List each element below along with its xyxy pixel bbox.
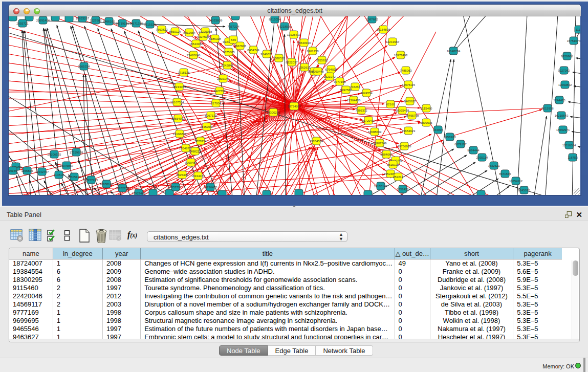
svg-text:10025438: 10025438 [396,109,409,112]
svg-text:26495798: 26495798 [405,114,419,117]
svg-text:1621072: 1621072 [323,75,336,78]
svg-text:7625402: 7625402 [176,173,188,177]
svg-text:1615132: 1615132 [387,163,399,166]
svg-text:15692971: 15692971 [556,128,570,132]
svg-text:8215958: 8215958 [541,107,554,110]
svg-text:8454749: 8454749 [247,49,259,52]
svg-text:14136141: 14136141 [374,185,388,188]
svg-text:11353594: 11353594 [200,125,214,128]
svg-text:8958923: 8958923 [444,136,456,139]
svg-text:116753: 116753 [568,156,578,159]
svg-text:13325419: 13325419 [287,33,301,36]
svg-text:164095: 164095 [433,128,444,132]
svg-text:252214: 252214 [393,176,404,179]
svg-text:6899695: 6899695 [420,121,432,124]
svg-text:3624554: 3624554 [360,92,373,95]
svg-text:16033809: 16033809 [209,19,223,22]
svg-text:10654112: 10654112 [509,180,523,183]
svg-text:9474444: 9474444 [467,149,480,152]
svg-text:6879197: 6879197 [454,143,467,146]
svg-text:10688609: 10688609 [368,130,382,134]
svg-text:7632621: 7632621 [488,164,500,167]
svg-text:12093832: 12093832 [558,83,572,86]
svg-text:16671355: 16671355 [129,22,143,25]
svg-text:1588520: 1588520 [273,57,285,60]
svg-text:746266: 746266 [350,85,361,89]
svg-text:9084067: 9084067 [380,153,393,156]
svg-text:16782759: 16782759 [116,187,129,190]
svg-text:1527602: 1527602 [90,19,102,22]
svg-text:7663822: 7663822 [156,28,168,31]
svg-text:16543382: 16543382 [189,42,203,46]
svg-text:9463627: 9463627 [404,100,416,103]
svg-text:21364436: 21364436 [347,99,361,102]
svg-text:6466160: 6466160 [103,20,115,23]
svg-text:18724007: 18724007 [288,105,301,108]
svg-text:2935114: 2935114 [476,156,489,159]
svg-text:18300295: 18300295 [267,111,280,114]
svg-text:2718126: 2718126 [178,71,190,74]
svg-text:9857721: 9857721 [169,186,182,189]
svg-text:19218506: 19218506 [278,25,292,28]
svg-text:8186328: 8186328 [209,37,221,40]
svg-text:19654932: 19654932 [171,117,185,120]
svg-text:8471676: 8471676 [499,172,511,176]
svg-text:9227342: 9227342 [558,69,570,72]
svg-text:2803144: 2803144 [217,77,229,80]
svg-text:12923448: 12923448 [132,192,146,195]
svg-text:9242848: 9242848 [221,64,233,67]
svg-text:23420046: 23420046 [187,54,201,57]
svg-text:15751074: 15751074 [567,39,580,42]
svg-text:12505135: 12505135 [68,176,81,179]
svg-text:10975867: 10975867 [60,164,74,167]
svg-text:16914479: 16914479 [191,174,205,178]
svg-text:19756928: 19756928 [398,145,411,148]
svg-text:17359938: 17359938 [70,151,83,154]
svg-text:317004: 317004 [211,102,222,105]
svg-text:20206535: 20206535 [48,153,61,156]
svg-text:9099489: 9099489 [185,161,197,164]
svg-text:15720407: 15720407 [362,119,376,122]
svg-text:8813054: 8813054 [269,18,281,21]
svg-text:1117: 1117 [576,28,580,31]
svg-text:7515526: 7515526 [144,23,156,26]
svg-text:546: 546 [231,38,236,41]
svg-text:8660124: 8660124 [169,30,181,33]
svg-text:1362615: 1362615 [298,66,311,69]
svg-text:114519: 114519 [54,173,64,177]
svg-text:16648784: 16648784 [447,50,461,53]
svg-text:15716485: 15716485 [204,186,217,189]
svg-text:2055721: 2055721 [16,22,29,25]
svg-text:5498222: 5498222 [189,150,201,153]
svg-text:6961758: 6961758 [307,50,319,53]
svg-text:2667608: 2667608 [234,45,246,48]
svg-text:12342757: 12342757 [35,170,49,173]
svg-text:8267130: 8267130 [205,114,217,117]
svg-text:1244415: 1244415 [553,99,565,102]
svg-text:10973493: 10973493 [394,54,408,57]
svg-text:12213967: 12213967 [386,40,400,43]
svg-text:19166829: 19166829 [173,133,187,136]
svg-text:62160: 62160 [386,103,395,106]
svg-text:10853267: 10853267 [76,17,90,20]
svg-text:18907249: 18907249 [373,142,387,145]
svg-text:16154838: 16154838 [377,28,390,31]
svg-text:39159: 39159 [9,169,17,172]
svg-text:7955812: 7955812 [316,59,328,62]
svg-text:19654923: 19654923 [402,129,416,133]
svg-text:12213369: 12213369 [172,85,186,89]
svg-text:12975115: 12975115 [402,83,416,86]
svg-text:7357224: 7357224 [227,25,239,28]
svg-text:18640910: 18640910 [297,41,311,45]
svg-text:1733426: 1733426 [397,188,409,191]
svg-text:16210643: 16210643 [555,114,569,117]
svg-text:20691406: 20691406 [36,19,50,22]
svg-text:10107554: 10107554 [170,101,184,104]
svg-text:17957225: 17957225 [84,179,98,182]
svg-text:6794028: 6794028 [325,68,337,71]
svg-text:8322037: 8322037 [286,61,298,64]
svg-text:19384554: 19384554 [310,140,323,143]
svg-text:7485063: 7485063 [400,69,412,72]
svg-text:9329966: 9329966 [561,55,573,58]
svg-text:8427552: 8427552 [213,90,226,93]
